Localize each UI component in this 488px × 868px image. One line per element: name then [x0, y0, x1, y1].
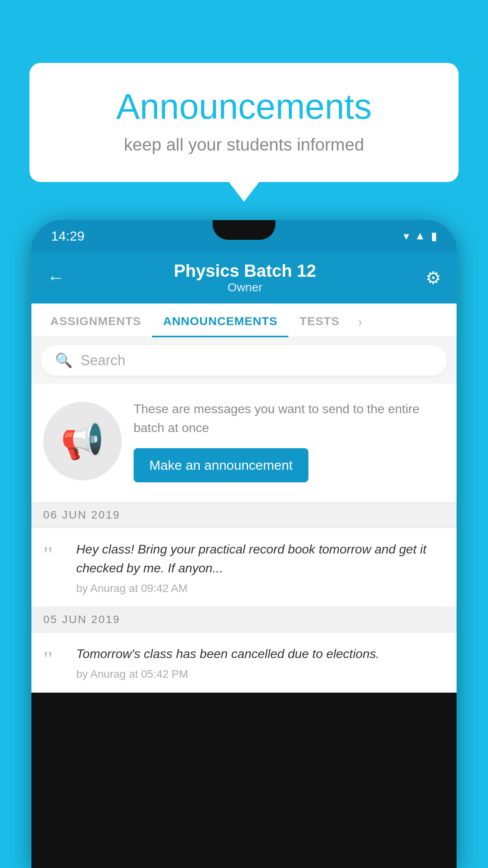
status-bar: 14:29 ▾ ▲ ▮ — [31, 220, 457, 252]
status-time: 14:29 — [51, 228, 84, 244]
header-center: Physics Batch 12 Owner — [174, 261, 316, 294]
tab-announcements[interactable]: ANNOUNCEMENTS — [152, 303, 288, 337]
announcement-text-wrap-2: Tomorrow's class has been cancelled due … — [76, 644, 445, 680]
header-title: Physics Batch 12 — [174, 261, 316, 281]
search-placeholder: Search — [81, 352, 125, 369]
tab-tests[interactable]: TESTS — [288, 303, 350, 337]
search-icon: 🔍 — [55, 352, 73, 369]
date-separator-1: 06 JUN 2019 — [31, 502, 457, 528]
app-header: ← Physics Batch 12 Owner ⚙ — [31, 252, 457, 303]
speech-bubble-container: Announcements keep all your students inf… — [29, 63, 459, 182]
phone-notch — [213, 220, 275, 240]
wifi-icon: ▾ — [404, 230, 409, 243]
bubble-subtitle: keep all your students informed — [61, 135, 427, 154]
phone-frame: 14:29 ▾ ▲ ▮ ← Physics Batch 12 Owner ⚙ A… — [31, 220, 457, 868]
announcement-item-2: " Tomorrow's class has been cancelled du… — [31, 633, 457, 693]
phone-content: 🔍 Search 📢 These are messages you want t… — [31, 337, 457, 693]
signal-icon: ▲ — [415, 230, 426, 242]
search-bar[interactable]: 🔍 Search — [41, 345, 447, 376]
status-icons: ▾ ▲ ▮ — [404, 230, 437, 243]
bubble-title: Announcements — [61, 86, 427, 127]
search-bar-container: 🔍 Search — [31, 337, 457, 384]
announcement-meta-1: by Anurag at 09:42 AM — [76, 582, 445, 595]
announcement-meta-2: by Anurag at 05:42 PM — [76, 668, 445, 680]
battery-icon: ▮ — [431, 230, 437, 243]
announcement-text-1: Hey class! Bring your practical record b… — [76, 540, 445, 577]
header-subtitle: Owner — [174, 281, 316, 294]
promo-description: These are messages you want to send to t… — [134, 399, 445, 437]
date-separator-2: 05 JUN 2019 — [31, 607, 457, 633]
speech-bubble: Announcements keep all your students inf… — [29, 63, 459, 182]
promo-right: These are messages you want to send to t… — [134, 399, 445, 482]
quote-icon-1: " — [43, 543, 67, 566]
back-button[interactable]: ← — [47, 268, 64, 287]
announcement-text-2: Tomorrow's class has been cancelled due … — [76, 644, 445, 663]
tab-more[interactable]: › — [350, 304, 370, 337]
make-announcement-button[interactable]: Make an announcement — [134, 448, 308, 482]
promo-icon-circle: 📢 — [43, 402, 122, 480]
promo-card: 📢 These are messages you want to send to… — [31, 384, 457, 502]
tab-assignments[interactable]: ASSIGNMENTS — [39, 303, 152, 337]
announcement-text-wrap-1: Hey class! Bring your practical record b… — [76, 540, 445, 595]
announcement-item-1: " Hey class! Bring your practical record… — [31, 528, 457, 607]
megaphone-icon: 📢 — [61, 420, 105, 462]
settings-icon[interactable]: ⚙ — [426, 268, 441, 288]
quote-icon-2: " — [43, 647, 67, 671]
tabs-bar: ASSIGNMENTS ANNOUNCEMENTS TESTS › — [31, 303, 457, 337]
